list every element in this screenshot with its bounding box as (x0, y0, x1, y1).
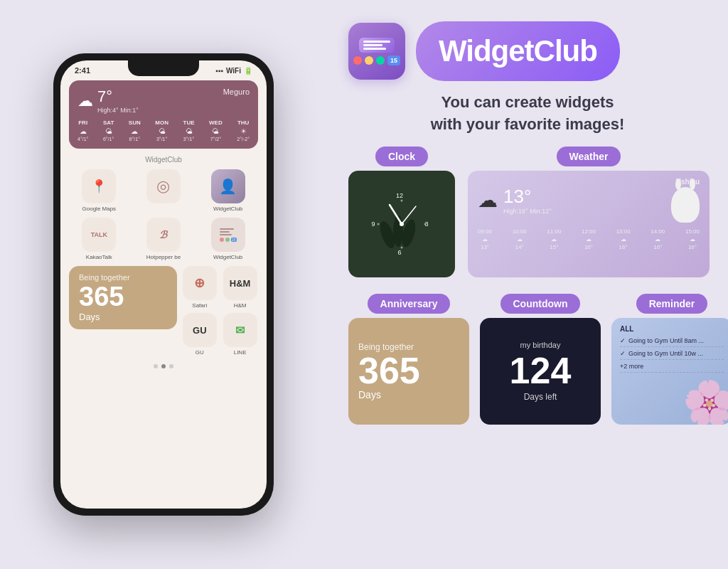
clock-svg: 12 3 6 9 (363, 185, 441, 263)
photo-widget[interactable]: 👤 WidgetClub (198, 169, 258, 212)
app-item-gu[interactable]: GU GU (181, 313, 218, 356)
countdown-number: 124 (510, 352, 572, 389)
phone-mockup: 2:41 ▪▪▪ WiFi 🔋 ☁ 7° (0, 0, 327, 569)
dot-3 (169, 364, 173, 368)
photo-icon: 👤 (211, 169, 245, 203)
hotpepper-label: Hotpepper be (146, 254, 181, 260)
weather-preview-info: High:16° Min:12° (503, 208, 552, 215)
header-row: 15 WidgetClub (348, 21, 707, 81)
app-item-hm[interactable]: H&M H&M (222, 266, 258, 309)
maps-label: Google Maps (82, 206, 117, 212)
logo-dot-blue (376, 56, 385, 65)
gu-label: GU (196, 349, 204, 356)
svg-point-14 (400, 222, 404, 226)
logo-number: 15 (387, 55, 400, 65)
kakao-label: KakaoTalk (86, 254, 112, 260)
phone-weather-highlow: High:4° Min:1° (97, 107, 139, 114)
phone-weather-days: FRI☁4°/1° SAT🌤6°/1° SUN☁8°/1° MON🌤3°/1° … (77, 119, 250, 142)
weather-widget-preview[interactable]: ☁ 13° High:16° Min:12° Ushiku (468, 171, 710, 277)
phone-weather-location: Meguro (223, 87, 250, 96)
svg-point-8 (401, 199, 403, 201)
hm-icon: H&M (223, 266, 257, 300)
line-label: LINE (234, 349, 247, 356)
logo-lines (359, 38, 395, 53)
widgetclub3-icon: 15 (211, 218, 245, 252)
wifi-icon: WiFi (226, 67, 241, 75)
reminder-all-label: ALL (620, 325, 724, 333)
phone-notch (128, 60, 199, 76)
svg-point-9 (424, 223, 427, 225)
widget-section-1: Clock 12 3 6 9 (348, 147, 707, 283)
reminder-label: Reminder (649, 298, 695, 309)
countdown-widget-preview[interactable]: my birthday 124 Days left (480, 318, 601, 425)
phone-anniversary-widget[interactable]: Being together 365 Days (69, 266, 177, 329)
widgetclub3-label: WidgetClub (213, 254, 242, 260)
app-grid-row2: TALK KakaoTalk ℬ Hotpepper be (69, 218, 258, 260)
svg-text:9: 9 (371, 220, 375, 228)
logo-dot-green (365, 56, 373, 65)
line-icon: ✉ (223, 313, 257, 347)
clock-widget-preview[interactable]: 12 3 6 9 (348, 171, 455, 277)
anniversary-col: Anniversary Being together 365 Days (348, 294, 469, 425)
clock-category-pill[interactable]: Clock (375, 147, 428, 166)
phone-ann-being: Being together (79, 273, 130, 282)
svg-point-2 (393, 216, 403, 247)
weather-right: Ushiku (671, 178, 700, 223)
brand-name: WidgetClub (439, 34, 597, 68)
phone-weather-widget[interactable]: ☁ 7° High:4° Min:1° Meguro FRI☁4°/1° (69, 80, 258, 149)
anniversary-label: Anniversary (380, 298, 438, 309)
countdown-category-pill[interactable]: Countdown (500, 294, 581, 314)
app-logo: 15 (348, 23, 405, 80)
app-item-kakao[interactable]: TALK KakaoTalk (69, 218, 129, 260)
app-item-safari[interactable]: ⊕ Safari (181, 266, 218, 309)
reminder-category-pill[interactable]: Reminder (636, 294, 708, 314)
reminder-item-1: ✓ Going to Gym Until 8am ... (620, 337, 724, 347)
kakao-icon: TALK (82, 218, 116, 252)
logo-line-1 (363, 41, 390, 43)
app-item-line[interactable]: ✉ LINE (222, 313, 258, 356)
app-item-maps[interactable]: 📍 Google Maps (69, 169, 129, 212)
dot-2 (161, 364, 166, 368)
check-icon-2: ✓ (620, 350, 626, 357)
check-icon-1: ✓ (620, 337, 626, 344)
weather-preview-cloud: ☁ (478, 188, 498, 212)
tagline: You can create widgets with your favorit… (348, 92, 707, 136)
signal-icon: ▪▪▪ (215, 67, 223, 75)
logo-line-3 (363, 48, 386, 50)
weather-preview-temp: 13° (503, 186, 552, 208)
ann-preview-number: 365 (358, 352, 459, 389)
countdown-sub: Days left (524, 392, 557, 402)
app-item-widgetclub3[interactable]: 15 WidgetClub (198, 218, 258, 260)
weather-category-pill[interactable]: Weather (557, 147, 621, 166)
time-display: 2:41 (75, 66, 90, 75)
weather-preview-left: ☁ 13° High:16° Min:12° (478, 186, 552, 215)
rabbit-decoration (671, 187, 700, 223)
right-panel: 15 WidgetClub You can create widgets wit… (327, 0, 728, 569)
safari-icon: ⊕ (183, 266, 217, 300)
app-grid-row1: 📍 Google Maps ◎ 👤 WidgetClub (69, 169, 258, 212)
status-icons: ▪▪▪ WiFi 🔋 (215, 67, 252, 75)
phone-content: ☁ 7° High:4° Min:1° Meguro FRI☁4°/1° (60, 78, 267, 374)
tagline-line1: You can create widgets (348, 92, 707, 114)
anniversary-category-pill[interactable]: Anniversary (368, 294, 451, 314)
reminder-widget-preview[interactable]: 🌸 ALL ✓ Going to Gym Until 8am ... ✓ Goi… (611, 318, 728, 425)
side-apps2: H&M H&M ✉ LINE (222, 266, 258, 356)
anniversary-widget-preview[interactable]: Being together 365 Days (348, 318, 469, 425)
weather-label: Weather (569, 151, 609, 162)
app-item-hotpepper[interactable]: ℬ Hotpepper be (134, 218, 194, 260)
weather-preview-top: ☁ 13° High:16° Min:12° Ushiku (478, 178, 700, 223)
svg-point-10 (401, 246, 403, 248)
ann-preview-being: Being together (358, 342, 459, 352)
hotpepper-icon: ℬ (146, 218, 181, 252)
clock-label: Clock (388, 151, 415, 162)
app-item-ring[interactable]: ◎ (134, 169, 194, 212)
countdown-title: my birthday (520, 341, 561, 349)
gu-icon: GU (183, 313, 217, 347)
phone-weather-temp: 7° (97, 87, 139, 106)
svg-text:6: 6 (397, 249, 401, 256)
phone-ann-days: Days (79, 312, 100, 322)
ring-icon: ◎ (146, 169, 181, 203)
widget-row-2: Anniversary Being together 365 Days Coun… (348, 294, 707, 425)
safari-label: Safari (192, 302, 207, 309)
widgetclub2-label: WidgetClub (213, 206, 242, 212)
